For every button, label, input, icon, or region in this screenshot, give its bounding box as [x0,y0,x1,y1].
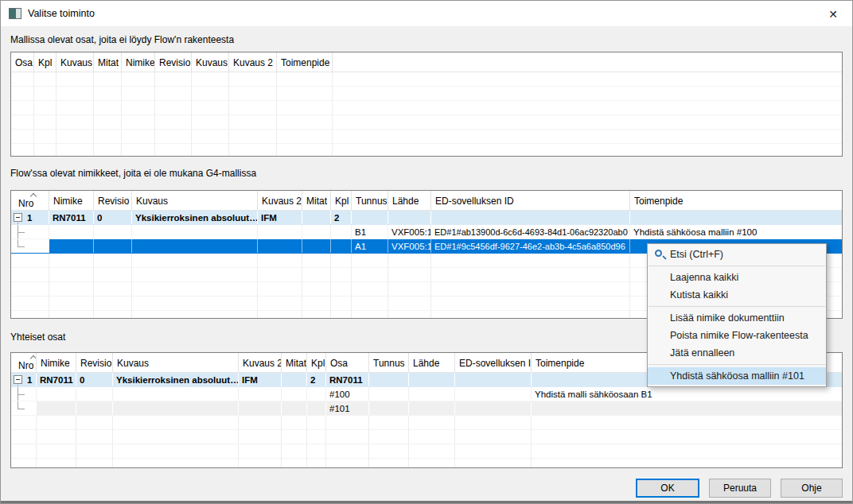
column-header-nro[interactable]: Nro [11,353,37,372]
cell-kuvaus: Yksikierroksinen absoluut… [132,211,258,224]
column-header-toimenpide[interactable]: Toimenpide [277,52,333,72]
empty-cell [229,115,277,129]
column-header-label: Nro [18,198,33,209]
column-header-mitat[interactable]: Mitat [302,191,331,210]
empty-cell [37,430,76,444]
empty-cell [302,311,331,319]
empty-cell [326,430,369,444]
column-header-ed-id[interactable]: ED-sovelluksen ID [455,353,532,372]
column-header-toimenpide[interactable]: Toimenpide [630,191,842,210]
empty-cell [49,282,94,296]
column-header-osa[interactable]: Osa [326,353,369,372]
column-header-kpl[interactable]: Kpl [331,191,352,210]
cell-revisio: 0 [76,373,113,386]
table-row-child[interactable]: #101 [11,401,842,416]
cell-revisio [94,239,132,253]
cell-kpl: 2 [307,373,326,386]
empty-cell [122,101,155,114]
empty-cell [239,430,282,444]
menu-item-laajenna-kaikki[interactable]: Laajenna kaikki [648,269,826,286]
tree-cell: 1 [11,373,37,386]
cell-tunnus [369,401,409,415]
cell-kuvaus2: IFM [239,373,282,386]
empty-cell [122,87,155,100]
empty-cell [455,430,532,444]
column-header-nimike[interactable]: Nimike [37,353,76,372]
empty-cell [532,444,842,458]
cell-nimike: RN7011 [49,211,94,224]
menu-item-yhdista-sahkoosa-malliin-101[interactable]: Yhdistä sähköosa malliin #101 [648,367,826,385]
empty-cell [49,297,94,310]
column-header-revisio[interactable]: Revisio [155,52,192,72]
empty-cell [11,297,49,310]
cell-lahde [409,373,455,386]
menu-item-poista-nimike-flow-rakenteesta[interactable]: Poista nimike Flow-rakenteesta [648,327,826,344]
cell-nimike [49,239,94,253]
title-bar[interactable]: Valitse toiminto ✕ [1,1,852,26]
empty-row [11,144,842,157]
tree-line [18,223,18,224]
empty-cell [455,444,532,458]
table-row-child[interactable]: B1 VXF005:1 ED#1#ab13900d-6c6d-4693-84d1… [11,225,842,239]
column-header-mitat[interactable]: Mitat [94,52,122,72]
column-header-ed-id[interactable]: ED-sovelluksen ID [431,191,630,210]
ok-button[interactable]: OK [636,479,699,498]
column-header-revisio[interactable]: Revisio [94,191,132,210]
tree-collapse-icon[interactable] [14,213,22,222]
column-header-lahde[interactable]: Lähde [388,191,431,210]
column-header-nimike[interactable]: Nimike [49,191,94,210]
table-row-child[interactable]: #100 Yhdistä malli sähköosaan B1 [11,387,842,401]
menu-item-etsi[interactable]: Etsi (Ctrl+F) [648,246,826,263]
menu-item-kutista-kaikki[interactable]: Kutista kaikki [648,286,826,304]
cell-nro: 1 [27,373,36,386]
empty-row [11,130,842,144]
empty-cell [532,416,842,429]
tree-cell [11,225,49,238]
column-header-kpl[interactable]: Kpl [307,353,326,372]
empty-cell [76,430,113,444]
empty-cell [11,254,49,267]
column-header-tunnus[interactable]: Tunnus [369,353,409,372]
empty-cell [122,130,155,143]
column-header-nimike[interactable]: Nimike [122,52,155,72]
cell-ed-id: ED#1#ab13900d-6c6d-4693-84d1-06ac92320ab… [431,225,630,238]
column-header-lahde[interactable]: Lähde [409,353,455,372]
tree-collapse-icon[interactable] [14,375,22,384]
empty-cell [352,311,388,319]
column-header-osa[interactable]: Osa [11,52,34,72]
empty-cell [333,130,842,143]
column-header-revisio[interactable]: Revisio [76,353,113,372]
cell-osa: #100 [326,387,369,401]
column-header-kpl[interactable]: Kpl [34,52,56,72]
empty-cell [302,282,331,296]
close-icon[interactable]: ✕ [825,6,841,22]
menu-item-jata-ennalleen[interactable]: Jätä ennalleen [648,344,826,362]
column-header-kuvaus2[interactable]: Kuvaus 2 [229,52,277,72]
column-header-mitat[interactable]: Mitat [282,353,307,372]
empty-cell [76,416,113,429]
column-header-nro[interactable]: Nro [11,191,49,210]
cancel-button[interactable]: Peruuta [709,479,771,498]
cell-mitat [282,373,307,386]
menu-item-lisaa-nimike-dokumenttiin[interactable]: Lisää nimike dokumenttiin [648,309,826,327]
column-header-kuvaus[interactable]: Kuvaus [113,353,239,372]
column-header-kuvaus-b[interactable]: Kuvaus [192,52,229,72]
empty-cell [333,87,842,100]
column-header-kuvaus2[interactable]: Kuvaus 2 [258,191,302,210]
column-header-kuvaus[interactable]: Kuvaus [56,52,94,72]
table-row-parent[interactable]: 1 RN7011 0 Yksikierroksinen absoluut… IF… [11,211,842,225]
tree-branch [18,232,25,233]
help-button[interactable]: Ohje [781,479,843,498]
empty-cell [326,416,369,429]
cell-mitat [302,211,331,224]
empty-cell [409,444,455,458]
cell-osa: RN7011 [326,373,369,386]
cell-osa: #101 [326,401,369,415]
empty-cell [94,115,122,129]
section-label-flow-items: Flow'ssa olevat nimikkeet, joita ei ole … [10,168,256,179]
column-header-kuvaus[interactable]: Kuvaus [132,191,258,210]
empty-cell [56,101,94,114]
column-header-kuvaus2[interactable]: Kuvaus 2 [239,353,282,372]
column-header-tunnus[interactable]: Tunnus [352,191,388,210]
empty-row [11,459,842,468]
